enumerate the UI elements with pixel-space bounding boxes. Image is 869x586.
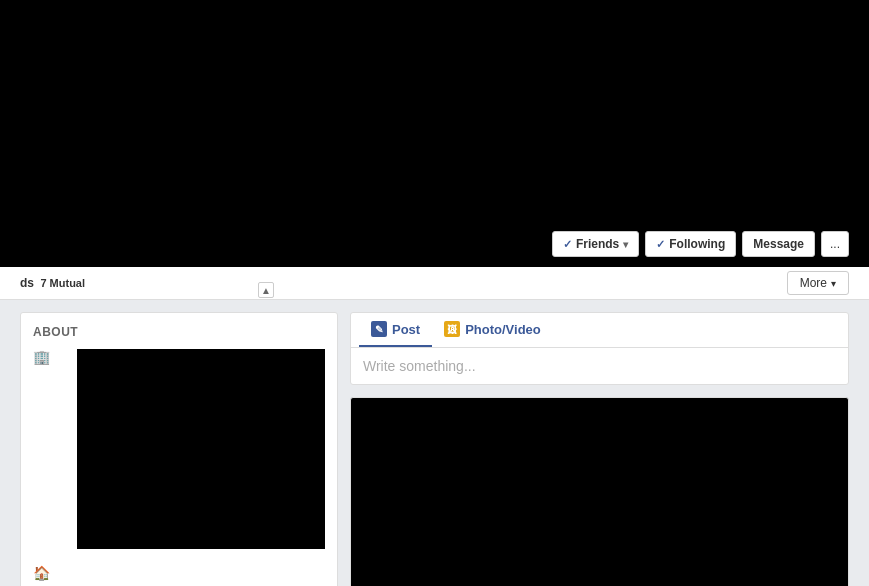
message-button-label: Message xyxy=(753,237,804,251)
tab-post[interactable]: ✎ Post xyxy=(359,313,432,347)
tab-photo-video[interactable]: 🖼 Photo/Video xyxy=(432,313,553,347)
scroll-indicator[interactable]: ▲ xyxy=(258,282,274,298)
post-tabs: ✎ Post 🖼 Photo/Video xyxy=(351,313,848,348)
right-content: ✎ Post 🖼 Photo/Video Write something... xyxy=(350,312,849,574)
tab-photo-label: Photo/Video xyxy=(465,322,541,337)
following-button-label: Following xyxy=(669,237,725,251)
more-dots-button[interactable]: ... xyxy=(821,231,849,257)
more-dots-label: ... xyxy=(830,237,840,251)
photo-tab-icon: 🖼 xyxy=(444,321,460,337)
message-button[interactable]: Message xyxy=(742,231,815,257)
sidebar: ABOUT 🏢 🏠 📍 Lives in Palembang xyxy=(20,312,338,574)
friends-chevron-icon: ▾ xyxy=(623,239,628,250)
profile-nav-bar: ds 7 Mutual More ▾ xyxy=(0,267,869,300)
about-home-item: 🏠 xyxy=(33,565,325,581)
about-title: ABOUT xyxy=(33,325,325,339)
post-input-area[interactable]: Write something... xyxy=(351,348,848,384)
friends-count: ds 7 Mutual xyxy=(20,276,85,290)
profile-action-bar: ✓ Friends ▾ ✓ Following Message ... xyxy=(552,231,849,257)
building-icon: 🏢 xyxy=(33,349,49,365)
mutual-count: 7 Mutual xyxy=(37,277,85,289)
tab-post-label: Post xyxy=(392,322,420,337)
feed-post xyxy=(350,397,849,586)
write-placeholder: Write something... xyxy=(363,358,476,374)
friends-check-icon: ✓ xyxy=(563,238,572,251)
more-chevron-icon: ▾ xyxy=(831,278,836,289)
about-section: ABOUT 🏢 🏠 📍 Lives in Palembang xyxy=(20,312,338,586)
friends-button[interactable]: ✓ Friends ▾ xyxy=(552,231,639,257)
post-box: ✎ Post 🖼 Photo/Video Write something... xyxy=(350,312,849,385)
about-image xyxy=(77,349,325,549)
more-button[interactable]: More ▾ xyxy=(787,271,849,295)
home-icon: 🏠 xyxy=(33,565,49,581)
more-label: More xyxy=(800,276,827,290)
following-check-icon: ✓ xyxy=(656,238,665,251)
nav-left: ds 7 Mutual xyxy=(20,276,787,290)
main-content: ABOUT 🏢 🏠 📍 Lives in Palembang ✎ xyxy=(0,300,869,586)
friends-button-label: Friends xyxy=(576,237,619,251)
post-tab-icon: ✎ xyxy=(371,321,387,337)
following-button[interactable]: ✓ Following xyxy=(645,231,736,257)
cover-photo: ✓ Friends ▾ ✓ Following Message ... xyxy=(0,0,869,267)
